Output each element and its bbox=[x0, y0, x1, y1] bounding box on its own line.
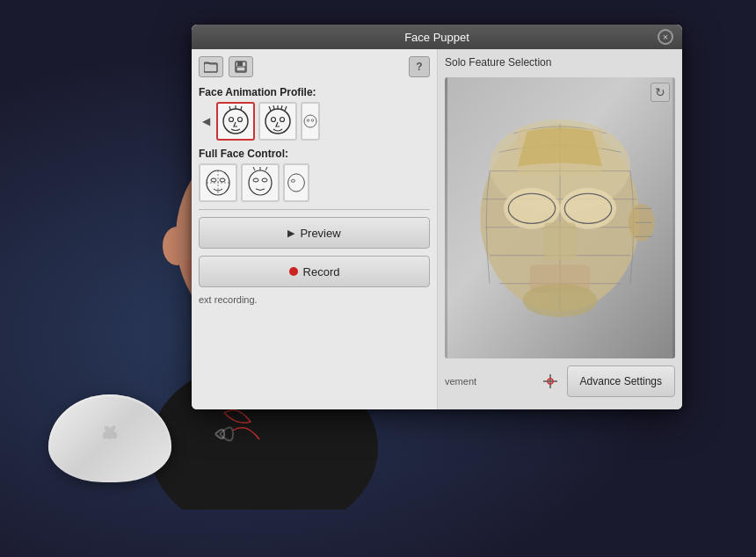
svg-point-35 bbox=[238, 118, 243, 122]
dialog-window: Face Puppet × bbox=[192, 25, 682, 409]
fullface-label: Full Face Control: bbox=[199, 148, 430, 160]
save-icon bbox=[235, 61, 247, 73]
svg-point-43 bbox=[280, 118, 285, 122]
svg-point-44 bbox=[304, 115, 316, 127]
folder-icon bbox=[204, 61, 218, 73]
profile-section: Face Animation Profile: ◀ bbox=[199, 86, 430, 141]
svg-line-38 bbox=[273, 105, 274, 109]
svg-point-58 bbox=[288, 174, 305, 192]
svg-point-45 bbox=[307, 119, 309, 122]
record-dot-icon bbox=[289, 267, 298, 276]
svg-line-53 bbox=[253, 167, 255, 170]
svg-line-31 bbox=[229, 106, 230, 110]
move-icon[interactable] bbox=[541, 372, 560, 391]
fullface-thumb-2[interactable] bbox=[241, 163, 280, 202]
record-label: Record bbox=[303, 265, 340, 278]
svg-line-37 bbox=[269, 106, 271, 111]
movement-text: vement bbox=[445, 376, 476, 387]
svg-point-59 bbox=[291, 179, 294, 182]
svg-line-55 bbox=[265, 167, 267, 170]
recording-hint-text: ext recording. bbox=[199, 294, 258, 305]
play-icon: ▶ bbox=[287, 228, 294, 239]
svg-point-42 bbox=[272, 118, 276, 122]
svg-point-36 bbox=[265, 109, 290, 134]
solo-feature-label: Solo Feature Selection bbox=[445, 56, 551, 69]
right-header: Solo Feature Selection bbox=[445, 56, 675, 72]
profile-thumb-3[interactable] bbox=[301, 102, 320, 141]
svg-point-46 bbox=[311, 119, 314, 122]
fullface-3-icon bbox=[285, 167, 308, 199]
movement-row: vement Advance Settings bbox=[445, 365, 675, 397]
svg-point-49 bbox=[220, 178, 225, 182]
fullface-section: Full Face Control: bbox=[199, 148, 430, 202]
svg-point-34 bbox=[229, 118, 234, 122]
help-button[interactable]: ? bbox=[409, 56, 430, 77]
svg-point-74 bbox=[522, 284, 597, 317]
dialog-content: ? Face Animation Profile: ◀ bbox=[192, 49, 682, 409]
mouse-sound-waves bbox=[211, 412, 246, 459]
profile-label: Face Animation Profile: bbox=[199, 86, 430, 98]
left-panel: ? Face Animation Profile: ◀ bbox=[192, 49, 438, 409]
toolbar-row: ? bbox=[199, 56, 430, 77]
profile-thumb-2[interactable] bbox=[258, 102, 297, 141]
mouse-area bbox=[48, 394, 224, 509]
profile-face-1-icon bbox=[220, 105, 251, 137]
profile-thumb-1[interactable] bbox=[216, 102, 255, 141]
record-button[interactable]: Record bbox=[199, 256, 430, 287]
recording-hint: ext recording. bbox=[199, 294, 430, 305]
svg-point-57 bbox=[262, 178, 267, 182]
record-btn-row: Record bbox=[199, 256, 430, 287]
movement-controls: Advance Settings bbox=[541, 365, 675, 397]
svg-line-33 bbox=[241, 106, 242, 110]
movement-label: vement bbox=[445, 376, 476, 387]
profile-face-2-icon bbox=[262, 105, 294, 137]
svg-line-41 bbox=[285, 106, 287, 111]
preview-label: Preview bbox=[300, 227, 340, 240]
advance-settings-button[interactable]: Advance Settings bbox=[567, 365, 675, 397]
profile-prev-button[interactable]: ◀ bbox=[199, 104, 213, 139]
close-button[interactable]: × bbox=[658, 29, 673, 45]
svg-rect-28 bbox=[237, 61, 243, 66]
svg-point-48 bbox=[211, 178, 216, 182]
fullface-thumb-3[interactable] bbox=[283, 163, 309, 202]
crosshair-icon bbox=[542, 373, 559, 390]
preview-btn-row: ▶ Preview bbox=[199, 217, 430, 249]
fullface-row bbox=[199, 163, 430, 202]
svg-point-56 bbox=[253, 178, 258, 182]
profile-row: ◀ bbox=[199, 102, 430, 141]
svg-point-30 bbox=[223, 109, 248, 134]
wireframe-face-svg bbox=[445, 77, 675, 358]
svg-point-52 bbox=[249, 170, 272, 195]
refresh-button[interactable]: ↻ bbox=[651, 83, 670, 102]
dialog-title: Face Puppet bbox=[404, 31, 469, 44]
fullface-2-icon bbox=[244, 167, 276, 199]
fullface-thumb-1[interactable] bbox=[199, 163, 237, 202]
open-folder-button[interactable] bbox=[199, 56, 223, 77]
svg-line-40 bbox=[281, 105, 282, 109]
face-preview-area: ↻ bbox=[445, 77, 675, 358]
save-button[interactable] bbox=[229, 56, 253, 77]
svg-rect-29 bbox=[236, 67, 245, 71]
apple-logo-icon bbox=[97, 425, 123, 443]
mouse bbox=[48, 394, 171, 482]
svg-point-13 bbox=[163, 227, 191, 265]
separator-1 bbox=[199, 209, 430, 210]
right-panel: Solo Feature Selection bbox=[438, 49, 682, 409]
fullface-1-icon bbox=[202, 167, 234, 199]
svg-rect-72 bbox=[544, 222, 576, 260]
preview-button[interactable]: ▶ Preview bbox=[199, 217, 430, 249]
title-bar: Face Puppet × bbox=[192, 25, 682, 49]
profile-face-3-icon bbox=[302, 105, 318, 137]
